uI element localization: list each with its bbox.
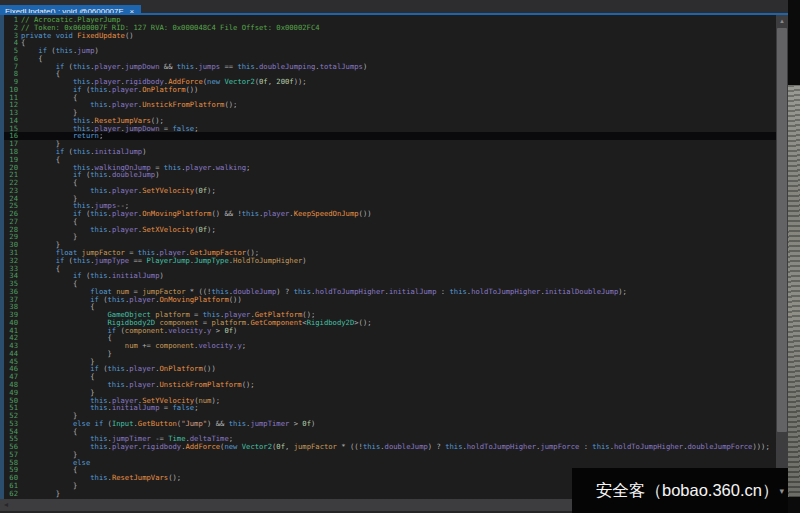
code-line-41[interactable]: 41 if (component.velocity.y > 0f) [4, 327, 776, 335]
code-line-15[interactable]: 15 this.player.jumpDown = false; [4, 125, 776, 133]
code-line-26[interactable]: 26 if (this.player.OnMovingPlatform() &&… [4, 210, 776, 218]
code-line-43[interactable]: 43 num += component.velocity.y; [4, 342, 776, 350]
code-text: if (this.initialJump) [21, 148, 776, 156]
watermark-text: 安全客（bobao.360.cn） [596, 480, 779, 502]
line-number: 2 [4, 24, 21, 32]
code-text: if (this.player.OnMovingPlatform()) [21, 296, 776, 304]
code-listing: 1// Acrocatic.PlayerJump2// Token: 0x060… [4, 16, 776, 497]
code-line-7[interactable]: 7 if (this.player.jumpDown && this.jumps… [4, 63, 776, 71]
code-text: } [21, 233, 776, 241]
code-text: this.player.UnstickFromPlatform(); [21, 101, 776, 109]
vertical-scrollbar[interactable]: ▲ [776, 15, 788, 499]
code-text: { [21, 39, 776, 47]
code-text: else if (Input.GetButton("Jump") && this… [21, 420, 776, 428]
code-line-37[interactable]: 37 if (this.player.OnMovingPlatform()) [4, 296, 776, 304]
code-text: private void FixedUpdate() [21, 32, 776, 40]
code-text: if (this.player.OnMovingPlatform() && !t… [21, 210, 776, 218]
code-text: if (this.jumpType == PlayerJump.JumpType… [21, 257, 776, 265]
code-line-5[interactable]: 5 if (this.jump) [4, 47, 776, 55]
code-line-53[interactable]: 53 else if (Input.GetButton("Jump") && t… [4, 420, 776, 428]
code-text: if (component.velocity.y > 0f) [21, 327, 776, 335]
watermark: 安全客（bobao.360.cn） ▾ [572, 468, 788, 513]
line-number: 4 [4, 39, 21, 47]
decompiler-window: FixedUpdate() : void @0600007F × 1// Acr… [0, 0, 800, 513]
scroll-up-icon[interactable]: ▲ [776, 16, 788, 26]
code-line-46[interactable]: 46 if (this.player.OnPlatform()) [4, 365, 776, 373]
code-line-16[interactable]: 16 return; [4, 132, 776, 140]
code-text: return; [21, 132, 776, 140]
scroll-left-icon[interactable]: ◄ [1, 499, 11, 511]
code-text: this.initialJump = false; [21, 404, 776, 412]
code-text: if (this.jump) [21, 47, 776, 55]
watermark-arrow-icon: ▾ [779, 486, 784, 496]
code-line-18[interactable]: 18 if (this.initialJump) [4, 148, 776, 156]
code-line-28[interactable]: 28 this.player.SetXVelocity(0f); [4, 226, 776, 234]
tab-bar: FixedUpdate() : void @0600007F × [0, 0, 788, 13]
code-text: else [21, 459, 776, 467]
code-text: } [21, 451, 776, 459]
code-text: // Token: 0x0600007F RID: 127 RVA: 0x000… [21, 24, 776, 32]
code-text: this.player.SetXVelocity(0f); [21, 226, 776, 234]
code-line-12[interactable]: 12 this.player.UnstickFromPlatform(); [4, 101, 776, 109]
code-text: this.player.SetYVelocity(0f); [21, 187, 776, 195]
code-text: if (this.player.OnPlatform()) [21, 86, 776, 94]
line-number: 8 [4, 70, 21, 78]
line-number: 6 [4, 55, 21, 63]
code-line-51[interactable]: 51 this.initialJump = false; [4, 404, 776, 412]
line-number: 62 [4, 490, 21, 498]
vertical-scrollbar-thumb[interactable] [777, 28, 787, 432]
code-line-32[interactable]: 32 if (this.jumpType == PlayerJump.JumpT… [4, 257, 776, 265]
code-text: if (this.initialJump) [21, 272, 776, 280]
code-text: num += component.velocity.y; [21, 342, 776, 350]
code-line-56[interactable]: 56 this.player.rigidbody.AddForce(new Ve… [4, 443, 776, 451]
code-line-34[interactable]: 34 if (this.initialJump) [4, 272, 776, 280]
code-line-29[interactable]: 29 } [4, 233, 776, 241]
code-text: this.player.jumpDown = false; [21, 125, 776, 133]
code-text: if (this.player.OnPlatform()) [21, 365, 776, 373]
code-text: this.player.rigidbody.AddForce(new Vecto… [21, 443, 776, 451]
code-line-57[interactable]: 57 } [4, 451, 776, 459]
code-line-58[interactable]: 58 else [4, 459, 776, 467]
page-background-strip [788, 0, 800, 513]
code-text: } [21, 350, 776, 358]
code-editor[interactable]: 1// Acrocatic.PlayerJump2// Token: 0x060… [0, 15, 776, 499]
code-line-23[interactable]: 23 this.player.SetYVelocity(0f); [4, 187, 776, 195]
code-text: if (this.player.jumpDown && this.jumps =… [21, 63, 776, 71]
background-texture [788, 85, 800, 497]
code-line-44[interactable]: 44 } [4, 350, 776, 358]
code-line-48[interactable]: 48 this.player.UnstickFromPlatform(); [4, 381, 776, 389]
code-line-21[interactable]: 21 if (this.doubleJump) [4, 171, 776, 179]
code-text: this.player.UnstickFromPlatform(); [21, 381, 776, 389]
line-number: 1 [4, 16, 21, 24]
code-line-3[interactable]: 3private void FixedUpdate() [4, 32, 776, 40]
line-number: 5 [4, 47, 21, 55]
code-line-10[interactable]: 10 if (this.player.OnPlatform()) [4, 86, 776, 94]
code-line-4[interactable]: 4{ [4, 39, 776, 47]
line-number: 7 [4, 63, 21, 71]
code-text: } [21, 195, 776, 203]
line-number: 3 [4, 32, 21, 40]
code-text: if (this.doubleJump) [21, 171, 776, 179]
